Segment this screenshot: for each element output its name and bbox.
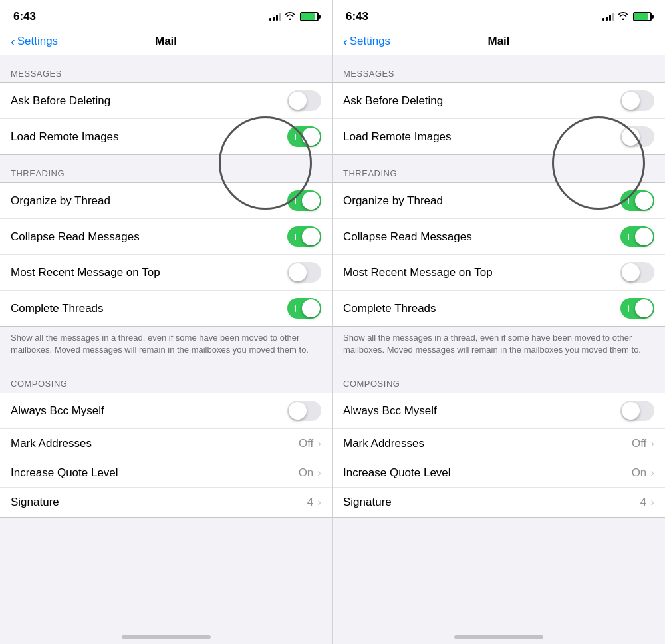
signature-label-left: Signature (11, 496, 59, 509)
mark-addresses-label-right: Mark Addresses (343, 437, 424, 450)
load-remote-images-toggle-right[interactable] (620, 126, 654, 147)
increase-quote-value-right: On (632, 466, 647, 480)
section-header-composing-left: COMPOSING (0, 365, 332, 393)
mark-addresses-row-right[interactable]: Mark Addresses Off › (332, 429, 665, 458)
load-remote-images-toggle-left[interactable] (287, 126, 321, 147)
signature-value-left: 4 (307, 496, 313, 509)
battery-icon-right (633, 12, 652, 21)
composing-group-left: Always Bcc Myself Mark Addresses Off › I… (0, 393, 332, 518)
back-chevron-left: ‹ (11, 35, 15, 48)
always-bcc-toggle-left[interactable] (287, 401, 321, 421)
section-header-composing-right: COMPOSING (332, 365, 665, 393)
section-header-threading-right: THREADING (332, 155, 665, 182)
organize-by-thread-toggle-left[interactable] (287, 190, 321, 211)
page-title-right: Mail (487, 35, 509, 48)
signal-left (269, 13, 281, 21)
increase-quote-value-left: On (299, 466, 314, 480)
ask-before-deleting-toggle-left[interactable] (287, 90, 321, 111)
ask-before-deleting-toggle-right[interactable] (620, 90, 654, 111)
complete-threads-toggle-left[interactable] (287, 298, 321, 319)
increase-quote-row-left[interactable]: Increase Quote Level On › (0, 458, 332, 488)
ask-before-deleting-label-left: Ask Before Deleting (11, 94, 110, 108)
organize-by-thread-label-left: Organize by Thread (11, 194, 110, 208)
most-recent-top-row-right[interactable]: Most Recent Message on Top (332, 255, 665, 291)
status-icons-right (602, 12, 652, 22)
always-bcc-row-right[interactable]: Always Bcc Myself (332, 393, 665, 429)
page-title-left: Mail (155, 35, 177, 48)
signature-row-left[interactable]: Signature 4 › (0, 488, 332, 517)
organize-by-thread-row-left[interactable]: Organize by Thread (0, 183, 332, 219)
home-indicator-right (454, 635, 543, 639)
status-bar-left: 6:43 (0, 0, 332, 29)
increase-quote-label-left: Increase Quote Level (11, 466, 118, 480)
most-recent-top-toggle-left[interactable] (287, 262, 321, 283)
mark-addresses-chevron-right: › (650, 437, 654, 450)
nav-bar-left: ‹ Settings Mail (0, 29, 332, 55)
complete-threads-row-left[interactable]: Complete Threads (0, 291, 332, 326)
always-bcc-label-left: Always Bcc Myself (11, 404, 104, 418)
collapse-read-messages-toggle-right[interactable] (620, 226, 654, 247)
back-label-right[interactable]: Settings (350, 35, 390, 48)
increase-quote-row-right[interactable]: Increase Quote Level On › (332, 458, 665, 488)
load-remote-images-label-right: Load Remote Images (343, 130, 452, 144)
signature-value-right: 4 (640, 496, 646, 509)
threading-group-left: Organize by Thread Collapse Read Message… (0, 182, 332, 327)
messages-group-left: Ask Before Deleting Load Remote Images (0, 82, 332, 155)
wifi-icon-left (285, 12, 295, 22)
mark-addresses-label-left: Mark Addresses (11, 437, 92, 450)
signature-chevron-right: › (650, 496, 654, 509)
ask-before-deleting-row-right[interactable]: Ask Before Deleting (332, 83, 665, 119)
home-indicator-left (122, 635, 211, 639)
most-recent-top-toggle-right[interactable] (620, 262, 654, 283)
collapse-read-messages-row-right[interactable]: Collapse Read Messages (332, 219, 665, 255)
mark-addresses-chevron-left: › (317, 437, 321, 450)
threading-group-right: Organize by Thread Collapse Read Message… (332, 182, 665, 327)
load-remote-images-row-left[interactable]: Load Remote Images (0, 119, 332, 154)
always-bcc-toggle-right[interactable] (620, 401, 654, 421)
complete-threads-toggle-right[interactable] (620, 298, 654, 319)
complete-threads-row-right[interactable]: Complete Threads (332, 291, 665, 326)
status-icons-left (269, 12, 319, 22)
signature-row-right[interactable]: Signature 4 › (332, 488, 665, 517)
complete-threads-label-right: Complete Threads (343, 302, 436, 315)
signal-right (602, 13, 614, 21)
most-recent-top-label-left: Most Recent Message on Top (11, 266, 160, 279)
back-button-left[interactable]: ‹ Settings (11, 35, 58, 48)
back-button-right[interactable]: ‹ Settings (343, 35, 390, 48)
mark-addresses-value-left: Off (299, 437, 313, 450)
settings-content-left: MESSAGES Ask Before Deleting Load Remote… (0, 55, 332, 644)
right-panel: 6:43 ‹ Settings (332, 0, 665, 644)
ask-before-deleting-row-left[interactable]: Ask Before Deleting (0, 83, 332, 119)
collapse-read-messages-row-left[interactable]: Collapse Read Messages (0, 219, 332, 255)
organize-by-thread-toggle-right[interactable] (620, 190, 654, 211)
signature-chevron-left: › (317, 496, 321, 509)
threading-description-right: Show all the messages in a thread, even … (332, 327, 665, 365)
time-left: 6:43 (13, 10, 36, 23)
composing-group-right: Always Bcc Myself Mark Addresses Off › I… (332, 393, 665, 518)
load-remote-images-row-right[interactable]: Load Remote Images (332, 119, 665, 154)
increase-quote-chevron-left: › (317, 466, 321, 480)
always-bcc-label-right: Always Bcc Myself (343, 404, 437, 418)
collapse-read-messages-label-left: Collapse Read Messages (11, 230, 140, 243)
mark-addresses-value-right: Off (632, 437, 646, 450)
battery-icon-left (300, 12, 319, 21)
section-header-threading-left: THREADING (0, 155, 332, 182)
collapse-read-messages-label-right: Collapse Read Messages (343, 230, 472, 243)
settings-content-right: MESSAGES Ask Before Deleting Load Remote… (332, 55, 665, 644)
collapse-read-messages-toggle-left[interactable] (287, 226, 321, 247)
ask-before-deleting-label-right: Ask Before Deleting (343, 94, 443, 108)
always-bcc-row-left[interactable]: Always Bcc Myself (0, 393, 332, 429)
left-panel: 6:43 ‹ Settings (0, 0, 332, 644)
increase-quote-chevron-right: › (650, 466, 654, 480)
load-remote-images-label-left: Load Remote Images (11, 130, 119, 144)
signature-label-right: Signature (343, 496, 392, 509)
most-recent-top-label-right: Most Recent Message on Top (343, 266, 493, 279)
section-header-messages-left: MESSAGES (0, 55, 332, 82)
most-recent-top-row-left[interactable]: Most Recent Message on Top (0, 255, 332, 291)
wifi-icon-right (618, 12, 628, 22)
messages-group-right: Ask Before Deleting Load Remote Images (332, 82, 665, 155)
organize-by-thread-row-right[interactable]: Organize by Thread (332, 183, 665, 219)
mark-addresses-row-left[interactable]: Mark Addresses Off › (0, 429, 332, 458)
complete-threads-label-left: Complete Threads (11, 302, 104, 315)
back-label-left[interactable]: Settings (17, 35, 58, 48)
